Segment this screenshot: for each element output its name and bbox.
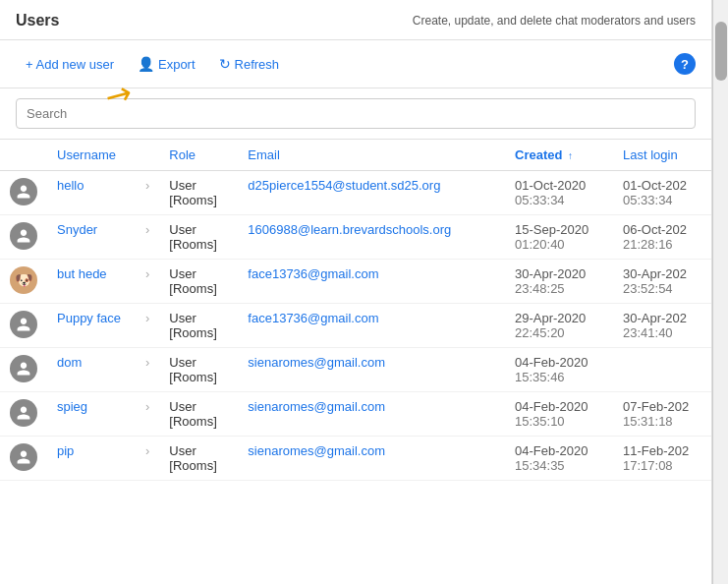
col-email-header[interactable]: Email [238,140,505,171]
chevron-cell: › [136,392,159,437]
chevron-cell: › [136,304,159,348]
lastlogin-cell [613,348,711,392]
role-cell: User [Rooms] [159,260,238,304]
role-cell: User [Rooms] [159,392,238,437]
email-link[interactable]: sienaromes@gmail.com [248,443,385,458]
chevron-cell: › [136,260,159,304]
lastlogin-cell: 01-Oct-20205:33:34 [613,171,711,215]
email-link[interactable]: face13736@gmail.com [248,266,378,281]
avatar-cell [0,437,47,481]
table-row: 🐶but hede›User [Rooms]face13736@gmail.co… [0,260,711,304]
table-row: hello›User [Rooms]d25pierce1554@student.… [0,171,711,215]
help-button[interactable]: ? [674,53,696,75]
page-subtitle: Create, update, and delete chat moderato… [413,14,696,28]
lastlogin-cell: 30-Apr-20223:41:40 [613,304,711,348]
created-cell: 15-Sep-202001:20:40 [505,215,613,260]
avatar [10,355,37,382]
username-link[interactable]: dom [57,355,82,370]
username-link[interactable]: spieg [57,399,87,414]
lastlogin-cell: 11-Feb-20217:17:08 [613,437,711,481]
created-cell: 29-Apr-202022:45:20 [505,304,613,348]
username-cell: but hede [47,260,136,304]
role-cell: User [Rooms] [159,215,238,260]
username-link[interactable]: Snyder [57,222,97,237]
col-role-header[interactable]: Role [159,140,238,171]
page-header: Users Create, update, and delete chat mo… [0,0,711,40]
scrollbar[interactable] [712,0,728,584]
email-cell: d25pierce1554@student.sd25.org [238,171,505,215]
table-row: dom›User [Rooms]sienaromes@gmail.com04-F… [0,348,711,392]
export-icon: 👤 [138,56,154,72]
lastlogin-cell: 07-Feb-20215:31:18 [613,392,711,437]
export-button[interactable]: 👤 Export [132,52,201,76]
toolbar: + Add new user 👤 Export ↻ Refresh ↗ ? [0,40,711,88]
role-cell: User [Rooms] [159,304,238,348]
avatar-cell [0,392,47,437]
created-cell: 04-Feb-202015:34:35 [505,437,613,481]
email-cell: face13736@gmail.com [238,260,505,304]
lastlogin-cell: 30-Apr-20223:52:54 [613,260,711,304]
page-title: Users [16,12,59,29]
created-cell: 30-Apr-202023:48:25 [505,260,613,304]
email-link[interactable]: d25pierce1554@student.sd25.org [248,178,440,193]
chevron-cell: › [136,437,159,481]
username-link[interactable]: hello [57,178,84,193]
created-cell: 01-Oct-202005:33:34 [505,171,613,215]
sort-arrow: ↑ [568,150,573,161]
avatar-cell [0,171,47,215]
search-container [0,88,711,140]
avatar-cell [0,304,47,348]
avatar [10,399,37,427]
table-row: Snyder›User [Rooms]1606988@learn.brevard… [0,215,711,260]
table-header-row: Username Role Email Created ↑ [0,140,711,171]
role-cell: User [Rooms] [159,171,238,215]
col-created-header[interactable]: Created ↑ [505,140,613,171]
table-row: spieg›User [Rooms]sienaromes@gmail.com04… [0,392,711,437]
username-cell: spieg [47,392,136,437]
email-link[interactable]: sienaromes@gmail.com [248,355,385,370]
avatar-cell [0,348,47,392]
username-link[interactable]: but hede [57,266,107,281]
col-chevron-header [136,140,159,171]
role-cell: User [Rooms] [159,437,238,481]
scrollbar-thumb[interactable] [715,22,727,81]
add-new-user-button[interactable]: + Add new user [16,53,120,76]
avatar [10,178,37,205]
refresh-button[interactable]: ↻ Refresh [213,52,286,76]
email-link[interactable]: sienaromes@gmail.com [248,399,385,414]
role-cell: User [Rooms] [159,348,238,392]
username-cell: Puppy face [47,304,136,348]
table-row: pip›User [Rooms]sienaromes@gmail.com04-F… [0,437,711,481]
users-table-container: Username Role Email Created ↑ [0,140,711,481]
created-cell: 04-Feb-202015:35:10 [505,392,613,437]
refresh-icon: ↻ [219,56,231,72]
username-link[interactable]: Puppy face [57,311,121,325]
username-cell: Snyder [47,215,136,260]
created-cell: 04-Feb-202015:35:46 [505,348,613,392]
email-cell: sienaromes@gmail.com [238,348,505,392]
username-link[interactable]: pip [57,443,74,458]
avatar-cell: 🐶 [0,260,47,304]
table-row: Puppy face›User [Rooms]face13736@gmail.c… [0,304,711,348]
email-cell: 1606988@learn.brevardschools.org [238,215,505,260]
email-cell: sienaromes@gmail.com [238,437,505,481]
username-cell: pip [47,437,136,481]
lastlogin-cell: 06-Oct-20221:28:16 [613,215,711,260]
col-username-header[interactable]: Username [47,140,136,171]
chevron-cell: › [136,215,159,260]
email-link[interactable]: 1606988@learn.brevardschools.org [248,222,451,237]
email-link[interactable]: face13736@gmail.com [248,311,378,325]
username-cell: hello [47,171,136,215]
avatar-cell [0,215,47,260]
col-avatar [0,140,47,171]
avatar [10,222,37,250]
avatar: 🐶 [10,266,37,294]
avatar [10,311,37,338]
search-input[interactable] [16,98,696,129]
col-lastlogin-header[interactable]: Last login [613,140,711,171]
chevron-cell: › [136,348,159,392]
email-cell: face13736@gmail.com [238,304,505,348]
email-cell: sienaromes@gmail.com [238,392,505,437]
avatar [10,443,37,471]
username-cell: dom [47,348,136,392]
